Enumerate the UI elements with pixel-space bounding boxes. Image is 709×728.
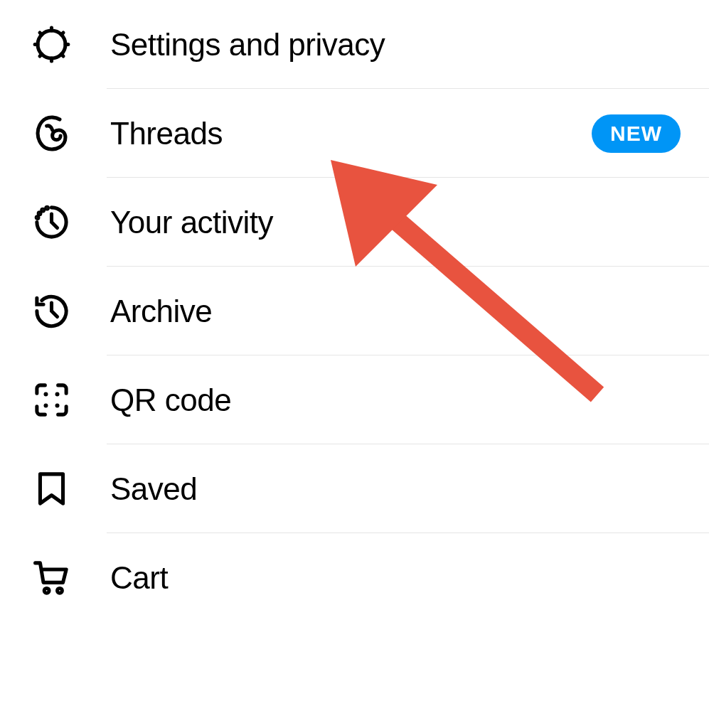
bookmark-icon <box>32 469 71 508</box>
menu-item-label: Cart <box>110 560 681 596</box>
svg-point-4 <box>46 207 48 209</box>
menu-item-archive[interactable]: Archive <box>0 267 709 355</box>
menu-item-threads[interactable]: Threads NEW <box>0 89 709 178</box>
settings-menu: Settings and privacy Threads NEW Your ac… <box>0 0 709 622</box>
menu-item-saved[interactable]: Saved <box>0 444 709 533</box>
svg-point-3 <box>42 209 44 211</box>
svg-point-1 <box>36 217 38 219</box>
menu-item-label: QR code <box>110 382 681 418</box>
svg-point-8 <box>55 404 60 408</box>
gear-icon <box>32 25 71 64</box>
new-badge: NEW <box>592 114 681 153</box>
menu-item-activity[interactable]: Your activity <box>0 178 709 267</box>
svg-point-7 <box>44 404 48 408</box>
svg-point-2 <box>38 213 41 215</box>
cart-icon <box>32 558 71 597</box>
qrcode-icon <box>32 380 71 419</box>
menu-item-settings[interactable]: Settings and privacy <box>0 0 709 89</box>
svg-point-10 <box>58 588 63 593</box>
svg-point-5 <box>44 392 48 397</box>
svg-point-6 <box>55 392 60 397</box>
menu-item-label: Settings and privacy <box>110 27 681 63</box>
menu-item-label: Archive <box>110 294 681 329</box>
menu-item-qrcode[interactable]: QR code <box>0 355 709 444</box>
menu-item-label: Threads <box>110 116 592 151</box>
threads-icon <box>32 114 71 153</box>
menu-item-label: Saved <box>110 471 681 507</box>
archive-icon <box>32 291 71 331</box>
svg-point-9 <box>44 588 49 593</box>
activity-icon <box>32 203 71 242</box>
menu-item-cart[interactable]: Cart <box>0 533 709 622</box>
menu-item-label: Your activity <box>110 205 681 240</box>
